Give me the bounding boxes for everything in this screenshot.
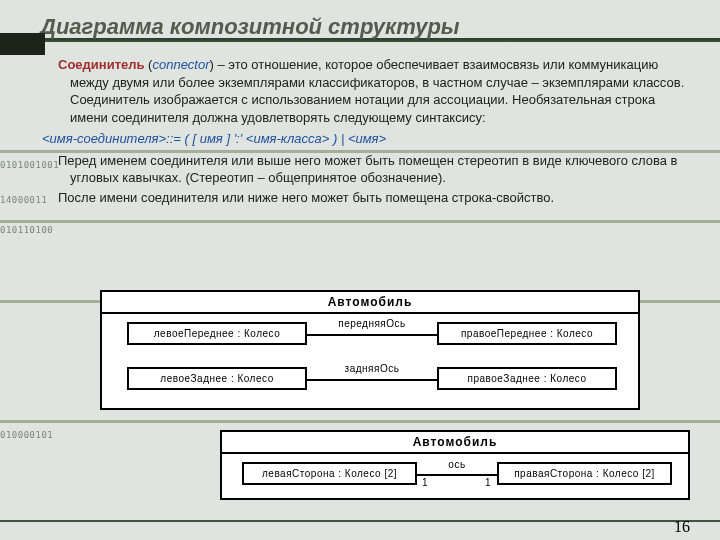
title-bar: Диаграмма композитной структуры (0, 10, 720, 42)
para3-text: После имени соединителя или ниже него мо… (70, 189, 688, 207)
role-top-right: правоеПереднее : Колесо (437, 322, 617, 345)
para2-text: Перед именем соединителя или выше него м… (70, 152, 688, 187)
term-russian: Соединитель (58, 57, 145, 72)
role-top-left: левоеПереднее : Колесо (127, 322, 307, 345)
bg-binary-text: 0101001001 (0, 160, 59, 170)
role-bottom-right: правоеЗаднее : Колесо (437, 367, 617, 390)
footer-line (0, 520, 720, 522)
class-title-1: Автомобиль (102, 292, 638, 314)
bg-binary-text: 14000011 (0, 195, 47, 205)
multiplicity-left: 1 (422, 477, 428, 488)
composite-diagram-2: Автомобиль леваяСторона : Колесо [2] пра… (220, 430, 710, 500)
connector-label-top: передняяОсь (327, 318, 417, 329)
multiplicity-right: 1 (485, 477, 491, 488)
composite-diagram-1: Автомобиль левоеПереднее : Колесо правое… (100, 290, 640, 410)
page-number: 16 (674, 518, 690, 536)
term-english: connector (152, 57, 209, 72)
body-content: Соединитель (connector) – это отношение,… (58, 54, 688, 208)
bg-binary-text: 010110100 (0, 225, 53, 235)
syntax-line: <имя-соединителя>::= ( [ имя ] ':' <имя-… (42, 130, 688, 148)
bg-binary-text: 010000101 (0, 430, 53, 440)
class-title-2: Автомобиль (222, 432, 688, 454)
role-right: праваяСторона : Колесо [2] (497, 462, 672, 485)
title-accent-block (0, 33, 45, 55)
slide-title: Диаграмма композитной структуры (40, 14, 460, 40)
connector-label-2: ось (437, 459, 477, 470)
role-bottom-left: левоеЗаднее : Колесо (127, 367, 307, 390)
connector-label-bottom: задняяОсь (332, 363, 412, 374)
role-left: леваяСторона : Колесо [2] (242, 462, 417, 485)
